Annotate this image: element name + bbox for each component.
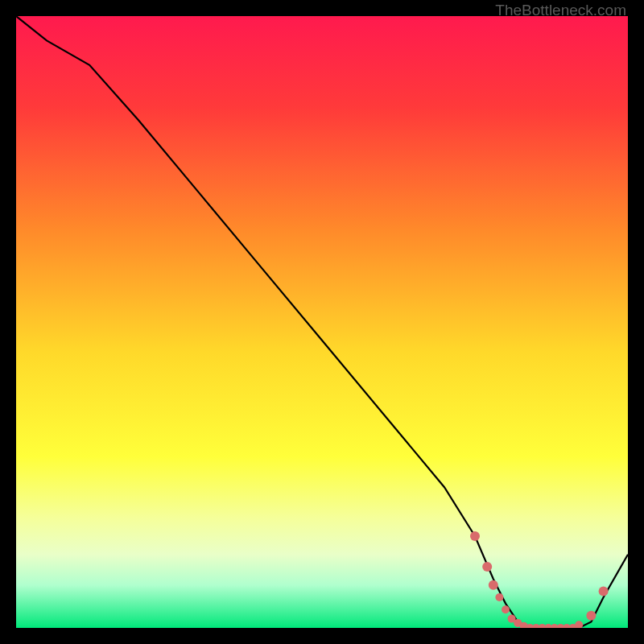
gradient-background: [16, 16, 628, 628]
watermark-text: TheBottleneck.com: [495, 2, 626, 19]
svg-rect-0: [16, 16, 628, 628]
plot-area: [16, 16, 628, 628]
